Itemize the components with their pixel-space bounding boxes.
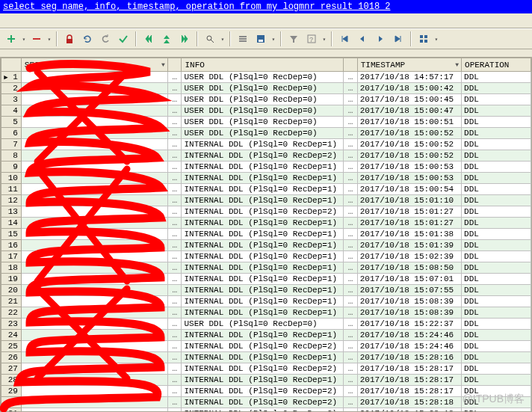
cell-timestamp[interactable]: 2017/10/18 15:00:52 (357, 128, 461, 139)
cell-ellipsis[interactable]: … (344, 94, 358, 105)
cell-ellipsis[interactable]: … (167, 330, 182, 341)
cell-segname[interactable] (21, 173, 167, 184)
cell-segname[interactable] (21, 307, 167, 319)
cell-ellipsis[interactable]: … (167, 162, 182, 173)
cell-segname[interactable] (21, 262, 167, 274)
table-row[interactable]: 20…INTERNAL DDL (PlSql=0 RecDep=1)…2017/… (1, 285, 531, 296)
table-row[interactable]: 22…INTERNAL DDL (PlSql=0 RecDep=1)…2017/… (1, 307, 531, 319)
cell-ellipsis[interactable]: … (344, 262, 358, 274)
cell-ellipsis[interactable]: … (167, 184, 182, 195)
cell-info[interactable]: USER DDL (PlSql=0 RecDep=0) (182, 105, 344, 117)
sql-query-bar[interactable]: select seg_name, info, timestamp, operat… (0, 0, 532, 13)
cell-segname[interactable] (21, 218, 167, 229)
fetch-first-button[interactable] (140, 31, 157, 47)
cell-operation[interactable]: DDL (462, 83, 531, 94)
cell-ellipsis[interactable]: … (167, 72, 182, 83)
cell-info[interactable]: INTERNAL DDL (PlSql=0 RecDep=1) (182, 229, 344, 240)
cell-ellipsis[interactable]: … (167, 285, 182, 296)
cell-operation[interactable]: DDL (462, 251, 531, 262)
cell-segname[interactable] (21, 386, 167, 397)
cell-operation[interactable]: DDL (462, 352, 531, 363)
cell-info[interactable]: INTERNAL DDL (PlSql=0 RecDep=2) (182, 363, 344, 375)
column-header-segname[interactable]: SEG_NAME▼ (21, 58, 167, 72)
cell-segname[interactable] (21, 352, 167, 363)
table-row[interactable]: 9…INTERNAL DDL (PlSql=0 RecDep=1)…2017/1… (1, 162, 531, 173)
column-ellipsis[interactable] (167, 58, 182, 72)
cell-timestamp[interactable]: 2017/10/18 15:28:17 (357, 386, 461, 397)
cell-operation[interactable]: DDL (462, 195, 531, 206)
cell-ellipsis[interactable]: … (344, 341, 358, 352)
column-ellipsis[interactable] (344, 58, 358, 72)
cell-timestamp[interactable]: 2017/10/18 15:00:42 (357, 83, 461, 94)
cell-ellipsis[interactable]: … (344, 150, 358, 162)
results-grid[interactable]: SEG_NAME▼ INFO TIMESTAMP▼ OPERATION ▶ 1…… (0, 57, 532, 412)
cell-info[interactable]: INTERNAL DDL (PlSql=0 RecDep=2) (182, 341, 344, 352)
cell-timestamp[interactable]: 2017/10/18 15:00:45 (357, 94, 461, 105)
cell-timestamp[interactable]: 2017/10/18 15:28:18 (357, 408, 461, 413)
cell-ellipsis[interactable]: … (167, 94, 182, 105)
query-button[interactable]: ? (303, 31, 320, 47)
nav-prev-button[interactable] (354, 31, 371, 47)
cell-info[interactable]: INTERNAL DDL (PlSql=0 RecDep=1) (182, 285, 344, 296)
dropdown-arrow-icon[interactable]: ▾ (433, 36, 439, 43)
cell-info[interactable]: INTERNAL DDL (PlSql=0 RecDep=1) (182, 173, 344, 184)
cell-operation[interactable]: DDL (462, 375, 531, 386)
cell-info[interactable]: INTERNAL DDL (PlSql=0 RecDep=2) (182, 408, 344, 413)
cell-ellipsis[interactable]: … (167, 195, 182, 206)
cell-timestamp[interactable]: 2017/10/18 15:00:52 (357, 150, 461, 162)
cell-segname[interactable] (21, 139, 167, 150)
cell-operation[interactable]: DDL (462, 229, 531, 240)
cell-ellipsis[interactable]: … (344, 408, 358, 413)
cell-timestamp[interactable]: 2017/10/18 15:00:54 (357, 184, 461, 195)
cell-segname[interactable] (21, 285, 167, 296)
cell-ellipsis[interactable]: … (344, 162, 358, 173)
cell-timestamp[interactable]: 2017/10/18 15:08:39 (357, 296, 461, 307)
cell-segname[interactable] (21, 105, 167, 117)
save-button[interactable] (253, 31, 269, 47)
cell-ellipsis[interactable]: … (344, 319, 358, 330)
cell-ellipsis[interactable]: … (344, 397, 358, 408)
table-row[interactable]: 30…INTERNAL DDL (PlSql=0 RecDep=2)…2017/… (1, 397, 531, 408)
cell-ellipsis[interactable]: … (344, 105, 358, 117)
filter-button[interactable] (285, 31, 302, 47)
cell-operation[interactable]: DDL (462, 72, 531, 83)
cell-timestamp[interactable]: 2017/10/18 15:00:53 (357, 162, 461, 173)
cell-ellipsis[interactable]: … (167, 296, 182, 307)
table-row[interactable]: 6…USER DDL (PlSql=0 RecDep=0)…2017/10/18… (1, 128, 531, 139)
cell-ellipsis[interactable]: … (344, 128, 358, 139)
cell-info[interactable]: USER DDL (PlSql=0 RecDep=0) (182, 319, 344, 330)
cell-segname[interactable] (21, 94, 167, 105)
fetch-all-button[interactable] (176, 31, 193, 47)
table-row[interactable]: 3…USER DDL (PlSql=0 RecDep=0)…2017/10/18… (1, 94, 531, 105)
table-row[interactable]: 7…INTERNAL DDL (PlSql=0 RecDep=1)…2017/1… (1, 139, 531, 150)
table-row[interactable]: 4…USER DDL (PlSql=0 RecDep=0)…2017/10/18… (1, 105, 531, 117)
cell-info[interactable]: INTERNAL DDL (PlSql=0 RecDep=2) (182, 206, 344, 218)
commit-button[interactable] (115, 31, 132, 47)
cell-info[interactable]: INTERNAL DDL (PlSql=0 RecDep=2) (182, 397, 344, 408)
table-row[interactable]: 24…INTERNAL DDL (PlSql=0 RecDep=1)…2017/… (1, 330, 531, 341)
cell-timestamp[interactable]: 2017/10/18 15:00:51 (357, 117, 461, 128)
cell-segname[interactable] (21, 330, 167, 341)
cell-ellipsis[interactable]: … (344, 386, 358, 397)
cell-operation[interactable]: DDL (462, 397, 531, 408)
cell-timestamp[interactable]: 2017/10/18 15:08:39 (357, 307, 461, 319)
cell-ellipsis[interactable]: … (167, 397, 182, 408)
cell-timestamp[interactable]: 2017/10/18 15:01:10 (357, 195, 461, 206)
cell-ellipsis[interactable]: … (344, 83, 358, 94)
cell-info[interactable]: USER DDL (PlSql=0 RecDep=0) (182, 94, 344, 105)
cell-segname[interactable] (21, 296, 167, 307)
cell-operation[interactable]: DDL (462, 162, 531, 173)
cell-operation[interactable]: DDL (462, 274, 531, 285)
cell-ellipsis[interactable]: … (167, 262, 182, 274)
cell-ellipsis[interactable]: … (344, 307, 358, 319)
cell-ellipsis[interactable]: … (167, 218, 182, 229)
cell-ellipsis[interactable]: … (167, 240, 182, 251)
cell-timestamp[interactable]: 2017/10/18 15:01:39 (357, 240, 461, 251)
cell-operation[interactable]: DDL (462, 408, 531, 413)
cell-operation[interactable]: DDL (462, 150, 531, 162)
cell-operation[interactable]: DDL (462, 285, 531, 296)
cell-operation[interactable]: DDL (462, 330, 531, 341)
table-row[interactable]: 10…INTERNAL DDL (PlSql=0 RecDep=1)…2017/… (1, 173, 531, 184)
cell-ellipsis[interactable]: … (167, 206, 182, 218)
table-row[interactable]: 5…USER DDL (PlSql=0 RecDep=0)…2017/10/18… (1, 117, 531, 128)
